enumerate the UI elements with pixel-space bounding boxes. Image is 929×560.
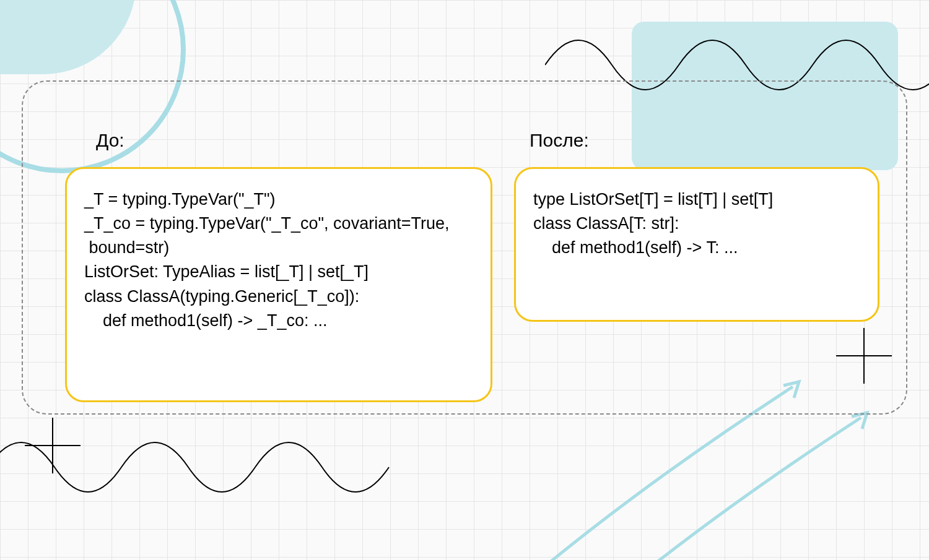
code-after-line: def method1(self) -> T: ... xyxy=(533,236,860,260)
code-before-line: bound=str) xyxy=(84,236,473,260)
code-before-line: class ClassA(typing.Generic[_T_co]): xyxy=(84,285,473,309)
code-after-line: class ClassA[T: str]: xyxy=(533,212,860,236)
code-before-line: _T_co = typing.TypeVar("_T_co", covarian… xyxy=(84,212,473,236)
code-box-after: type ListOrSet[T] = list[T] | set[T] cla… xyxy=(514,167,879,322)
label-before: До: xyxy=(96,130,124,151)
code-before-line: _T = typing.TypeVar("_T") xyxy=(84,187,473,212)
code-after-line: type ListOrSet[T] = list[T] | set[T] xyxy=(533,187,860,212)
decoration-plus-icon xyxy=(836,328,892,384)
label-after: После: xyxy=(530,130,589,151)
code-before-line: def method1(self) -> _T_co: ... xyxy=(84,309,473,333)
code-box-before: _T = typing.TypeVar("_T") _T_co = typing… xyxy=(65,167,492,402)
code-before-line: ListOrSet: TypeAlias = list[_T] | set[_T… xyxy=(84,260,473,284)
decoration-plus-icon xyxy=(25,418,81,473)
